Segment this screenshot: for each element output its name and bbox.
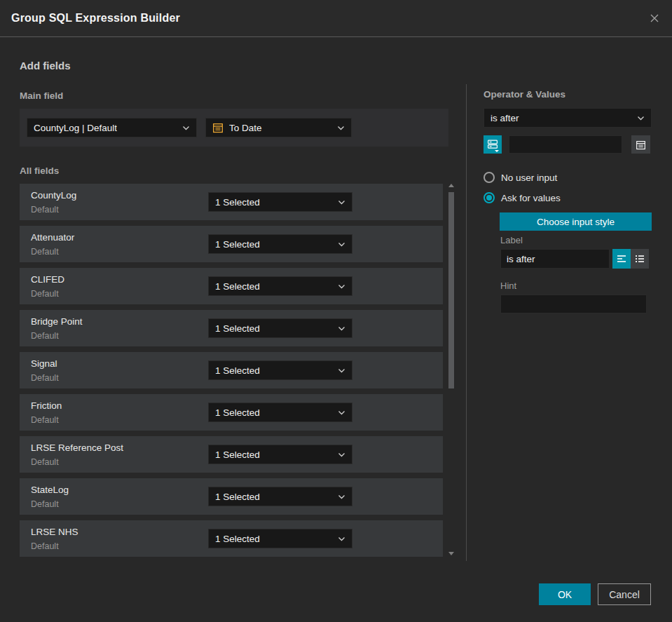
unique-values-button[interactable] bbox=[484, 135, 502, 154]
field-subtitle: Default bbox=[31, 205, 59, 215]
field-subtitle: Default bbox=[31, 247, 59, 257]
field-name: Bridge Point bbox=[31, 316, 83, 327]
cancel-button[interactable]: Cancel bbox=[598, 583, 651, 605]
calendar-icon bbox=[636, 140, 646, 150]
all-fields-label: All fields bbox=[20, 165, 59, 176]
field-subtitle: Default bbox=[31, 457, 59, 467]
operator-dropdown[interactable]: is after bbox=[484, 108, 652, 128]
field-values-dropdown[interactable]: 1 Selected bbox=[208, 487, 352, 506]
field-row: Attenuator Default 1 Selected bbox=[20, 226, 443, 262]
field-row: Friction Default 1 Selected bbox=[20, 394, 443, 431]
calendar-icon bbox=[212, 122, 224, 133]
chevron-down-icon bbox=[338, 494, 345, 499]
scrollbar-thumb[interactable] bbox=[448, 192, 454, 388]
chevron-down-icon bbox=[338, 200, 345, 205]
chevron-down-icon bbox=[337, 126, 345, 130]
input-style-single-button[interactable] bbox=[612, 249, 631, 269]
all-fields-list: CountyLog Default 1 Selected Attenuator … bbox=[20, 184, 443, 557]
panel-divider bbox=[466, 84, 467, 561]
field-values-dropdown[interactable]: 1 Selected bbox=[208, 445, 352, 464]
chevron-down-icon bbox=[338, 368, 345, 373]
field-row: Bridge Point Default 1 Selected bbox=[20, 310, 443, 346]
field-row: CountyLog Default 1 Selected bbox=[20, 184, 443, 220]
field-name: LRSE NHS bbox=[31, 527, 78, 537]
field-subtitle: Default bbox=[31, 331, 59, 341]
field-values-dropdown[interactable]: 1 Selected bbox=[208, 360, 352, 380]
dialog-header: Group SQL Expression Builder bbox=[0, 0, 672, 37]
main-field-bar: CountyLog | Default To Date bbox=[20, 109, 448, 147]
chevron-down-icon bbox=[182, 126, 190, 130]
date-type-dropdown[interactable]: To Date bbox=[205, 118, 352, 137]
field-subtitle: Default bbox=[31, 415, 59, 425]
date-picker-button[interactable] bbox=[631, 135, 650, 154]
field-values-dropdown[interactable]: 1 Selected bbox=[208, 529, 352, 548]
field-values-dropdown[interactable]: 1 Selected bbox=[208, 318, 352, 338]
radio-no-user-input[interactable]: No user input bbox=[484, 172, 557, 183]
label-field-label: Label bbox=[500, 235, 523, 245]
field-values-dropdown[interactable]: 1 Selected bbox=[208, 192, 352, 212]
list-scrollbar[interactable] bbox=[446, 182, 456, 557]
field-name: CLIFED bbox=[31, 274, 64, 285]
chevron-down-icon bbox=[338, 452, 345, 457]
hint-field-label: Hint bbox=[500, 280, 516, 291]
radio-circle-icon bbox=[484, 172, 495, 183]
chevron-down-icon bbox=[338, 284, 345, 289]
operator-values-label: Operator & Values bbox=[484, 89, 565, 100]
bulleted-list-icon bbox=[635, 255, 645, 263]
ok-button[interactable]: OK bbox=[539, 583, 591, 605]
field-subtitle: Default bbox=[31, 499, 59, 509]
field-name: Friction bbox=[31, 400, 62, 411]
field-name: CountyLog bbox=[31, 190, 76, 201]
main-field-label: Main field bbox=[20, 90, 63, 101]
field-subtitle: Default bbox=[31, 289, 59, 299]
date-type-dropdown-value: To Date bbox=[229, 123, 262, 133]
field-row: LRSE NHS Default 1 Selected bbox=[20, 520, 443, 557]
chevron-down-icon bbox=[338, 242, 345, 247]
label-input[interactable] bbox=[500, 249, 610, 269]
field-name: LRSE Reference Post bbox=[31, 442, 123, 453]
value-entry-row bbox=[484, 135, 652, 154]
stacked-values-icon bbox=[487, 140, 498, 149]
value-input[interactable] bbox=[509, 135, 622, 154]
main-field-dropdown-value: CountyLog | Default bbox=[34, 123, 117, 133]
field-row: CLIFED Default 1 Selected bbox=[20, 268, 443, 304]
field-name: Attenuator bbox=[31, 232, 74, 243]
field-values-dropdown[interactable]: 1 Selected bbox=[208, 276, 352, 296]
chevron-down-icon bbox=[338, 410, 345, 415]
field-subtitle: Default bbox=[31, 541, 59, 551]
operator-dropdown-value: is after bbox=[491, 113, 519, 123]
radio-ask-for-values[interactable]: Ask for values bbox=[484, 192, 561, 203]
chevron-down-icon bbox=[637, 116, 645, 121]
field-values-dropdown[interactable]: 1 Selected bbox=[208, 403, 352, 422]
close-icon bbox=[649, 13, 660, 24]
choose-input-style-button[interactable]: Choose input style bbox=[500, 212, 652, 231]
radio-circle-selected-icon bbox=[484, 192, 495, 203]
field-name: StateLog bbox=[31, 485, 69, 495]
field-row: StateLog Default 1 Selected bbox=[20, 478, 443, 515]
field-values-dropdown[interactable]: 1 Selected bbox=[208, 234, 352, 254]
chevron-down-icon bbox=[338, 326, 345, 331]
scrollbar-down-arrow-icon[interactable] bbox=[448, 552, 454, 555]
field-row: Signal Default 1 Selected bbox=[20, 352, 443, 388]
field-row: LRSE Reference Post Default 1 Selected bbox=[20, 436, 443, 473]
chevron-down-icon bbox=[338, 536, 345, 541]
align-left-icon bbox=[617, 255, 626, 263]
field-subtitle: Default bbox=[31, 373, 59, 383]
close-button[interactable] bbox=[647, 11, 662, 26]
field-name: Signal bbox=[31, 358, 57, 369]
input-style-list-button[interactable] bbox=[631, 249, 649, 269]
mini-caret-icon bbox=[495, 150, 499, 152]
section-title-add-fields: Add fields bbox=[20, 60, 71, 72]
hint-input[interactable] bbox=[500, 295, 647, 313]
dialog-title: Group SQL Expression Builder bbox=[11, 12, 180, 25]
main-field-dropdown[interactable]: CountyLog | Default bbox=[27, 118, 197, 137]
scrollbar-up-arrow-icon[interactable] bbox=[448, 184, 454, 187]
